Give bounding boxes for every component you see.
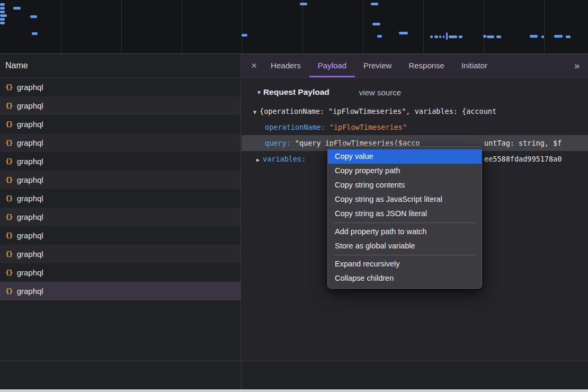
request-name: graphql [17,231,43,240]
tab-preview[interactable]: Preview [355,54,400,77]
overview-gridline [302,0,303,54]
network-request-row[interactable]: {}graphql [0,152,240,171]
network-request-row[interactable]: {}graphql [0,263,240,282]
tab-response[interactable]: Response [400,54,453,77]
property-value-string: "ipFlowTimeseries" [329,123,407,131]
request-payload-section-header[interactable]: ▼ Request Payload view source [242,87,588,97]
overview-request-bar [459,35,462,38]
menu-item-collapse-children[interactable]: Collapse children [328,271,482,286]
network-request-row[interactable]: {}graphql [0,96,240,115]
request-name: graphql [17,194,43,203]
payload-tree-root[interactable]: ▼{operationName: "ipFlowTimeseries", var… [242,103,588,119]
property-key: variables: [263,155,306,163]
tab-headers[interactable]: Headers [262,54,309,77]
details-tabbar: × HeadersPayloadPreviewResponseInitiator… [242,54,588,78]
fetch-xhr-icon: {} [5,120,13,128]
network-overview-timeline[interactable] [0,0,588,54]
more-tabs-icon[interactable]: » [574,60,580,72]
menu-item-copy-value[interactable]: Copy value [328,149,482,164]
overview-request-bar [0,18,5,21]
object-preview: {operationName: "ipFlowTimeseries", vari… [260,107,496,115]
overview-request-bar [242,34,247,37]
payload-row-operationname[interactable]: operationName:"ipFlowTimeseries" [242,119,588,135]
network-request-row[interactable]: {}graphql [0,115,240,133]
menu-separator [333,222,476,223]
overview-gridline [121,0,122,54]
overview-request-bar [0,11,5,13]
menu-item-copy-string-as-javascript-literal[interactable]: Copy string as JavaScript literal [328,192,482,207]
overview-request-bar [434,35,438,38]
request-name: graphql [17,287,43,296]
menu-item-store-as-global-variable[interactable]: Store as global variable [328,239,482,253]
details-tabs: HeadersPayloadPreviewResponseInitiator [262,54,496,77]
fetch-xhr-icon: {} [5,102,13,110]
property-key: operationName: [265,123,325,131]
overview-request-bar [449,35,457,38]
devtools-network-panel: Name {}graphql{}graphql{}graphql{}graphq… [0,0,588,392]
overview-request-bar [446,32,448,40]
overview-request-bar [443,35,444,38]
pane-divider[interactable] [241,361,242,390]
context-menu: Copy valueCopy property pathCopy string … [327,146,482,289]
overview-gridline [182,0,182,54]
collapse-triangle-icon[interactable]: ▼ [256,90,262,95]
overview-request-bar [496,35,501,38]
property-value-end: ee5588fdad995178a0 [484,151,562,167]
network-main-area: Name {}graphql{}graphql{}graphql{}graphq… [0,54,588,361]
menu-item-expand-recursively[interactable]: Expand recursively [328,257,482,271]
overview-request-bar [566,35,571,38]
network-request-row[interactable]: {}graphql [0,245,240,263]
network-request-row[interactable]: {}graphql [0,208,240,226]
overview-request-bar [439,35,441,38]
network-request-row[interactable]: {}graphql [0,171,240,189]
fetch-xhr-icon: {} [5,250,13,258]
fetch-xhr-icon: {} [5,213,13,221]
overview-request-bar [530,35,538,38]
network-request-row[interactable]: {}graphql [0,282,240,300]
network-summary-bar [0,361,588,390]
overview-gridline [544,0,545,54]
expand-triangle-icon[interactable]: ▶ [256,157,260,163]
fetch-xhr-icon: {} [5,176,13,184]
overview-request-bar [0,3,5,6]
overview-gridline [61,0,61,54]
overview-gridline [423,0,424,54]
tab-payload[interactable]: Payload [309,54,355,77]
fetch-xhr-icon: {} [5,83,13,91]
fetch-xhr-icon: {} [5,139,13,147]
menu-item-add-property-path-to-watch[interactable]: Add property path to watch [328,225,482,239]
view-source-link[interactable]: view source [359,88,401,97]
window-bottom-edge [0,389,588,392]
menu-item-copy-string-as-json-literal[interactable]: Copy string as JSON literal [328,207,482,221]
overview-request-bar [371,3,378,5]
menu-item-copy-property-path[interactable]: Copy property path [328,164,482,178]
overview-gridline [484,0,484,54]
overview-request-bar [0,7,5,10]
request-name: graphql [17,250,43,259]
request-name: graphql [17,101,43,110]
request-name: graphql [17,138,43,147]
network-request-row[interactable]: {}graphql [0,226,240,245]
overview-gridline [363,0,363,54]
fetch-xhr-icon: {} [5,287,13,295]
request-list-pane: Name {}graphql{}graphql{}graphql{}graphq… [0,54,241,361]
menu-separator [333,255,476,255]
close-icon[interactable]: × [251,60,257,72]
network-request-row[interactable]: {}graphql [0,78,240,96]
network-request-row[interactable]: {}graphql [0,189,240,208]
menu-item-copy-string-contents[interactable]: Copy string contents [328,178,482,192]
section-title: Request Payload [263,87,329,97]
overview-request-bar [377,35,382,38]
fetch-xhr-icon: {} [5,194,13,202]
request-name: graphql [17,83,43,92]
expand-triangle-icon[interactable]: ▼ [253,109,256,115]
name-column-header[interactable]: Name [0,54,240,78]
overview-request-bar [0,14,7,17]
overview-request-bar [30,15,37,18]
network-request-row[interactable]: {}graphql [0,133,240,152]
tab-initiator[interactable]: Initiator [453,54,496,77]
overview-request-bar [372,23,380,25]
overview-request-bar [483,35,486,38]
property-key: query: [265,139,291,147]
request-name: graphql [17,212,43,221]
